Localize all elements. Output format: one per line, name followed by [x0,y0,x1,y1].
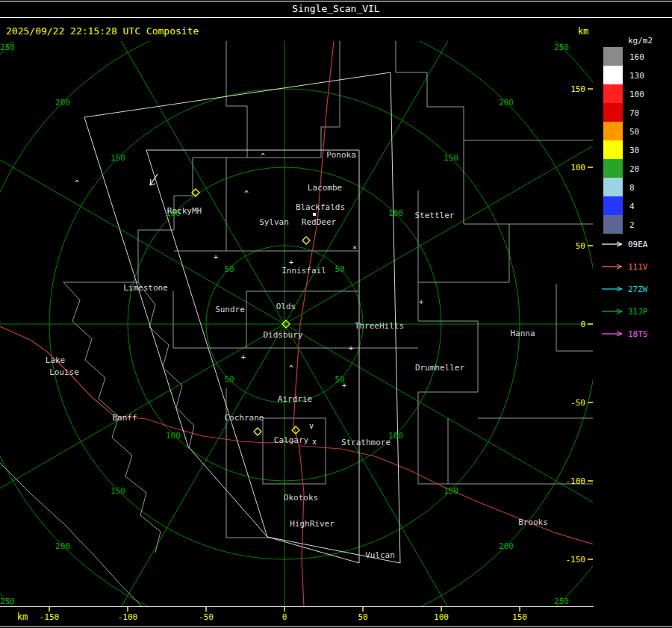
point-marker: + [419,298,423,306]
window-title: Single_Scan_VIL [292,3,380,14]
city-label: HighRiver [290,519,335,529]
scale-swatch [603,66,623,84]
scale-value: 8 [629,183,635,193]
right-axis-label: -50 [570,398,585,408]
point-marker [313,213,316,216]
scale-swatch [603,159,623,178]
city-label: Drumheller [415,363,465,373]
point-marker: x [312,438,317,446]
range-label: 150 [444,153,458,163]
scale-swatch [603,178,623,196]
city-label: Sylvan [259,217,289,227]
city-label: Hanna [510,329,535,338]
point-marker: ^ [75,179,79,187]
city-label: Vulcan [365,550,395,560]
scale-swatch [603,140,623,159]
city-label: Didsbury [264,330,303,340]
scale-value: 130 [629,71,644,81]
range-label: 50 [224,375,234,385]
range-label: 100 [388,208,403,218]
scale-value: 30 [629,146,639,155]
scale-swatch [603,196,623,215]
scale-value: 2 [629,220,635,230]
scale-value: 70 [629,108,639,118]
range-label: 150 [444,486,458,496]
bottom-axis-label: 0 [282,612,287,622]
point-marker: + [342,382,346,390]
scale-value: 50 [629,127,639,137]
city-label: RockyMH [167,206,202,216]
city-label: Louise [49,367,79,377]
bottom-axis-label: -50 [199,612,214,622]
range-label: 200 [55,541,70,551]
right-axis-label: -150 [566,555,586,565]
city-label: ThreeHills [355,321,404,331]
city-label: Ponoka [326,150,356,160]
city-label: Brooks [518,517,548,527]
range-label: 200 [499,541,514,551]
scan-timestamp: 2025/09/22 22:15:28 UTC Composite [6,25,199,37]
range-label: 250 [0,597,15,606]
point-marker: + [241,353,246,361]
city-label: Blackfalds [296,202,345,212]
station-id: 111V [628,262,648,272]
scale-value: 160 [629,52,644,62]
range-label: 250 [554,43,569,52]
right-axis-label: -100 [566,476,586,486]
legend-unit: kg/m2 [628,36,653,46]
scale-swatch [603,122,623,140]
map-area: 2502502502502002002002001501501501501001… [0,0,672,628]
range-label: 150 [111,486,125,496]
scale-swatch [603,103,623,122]
scale-swatch [603,215,623,234]
bottom-axis-label: 150 [512,612,527,622]
range-label: 250 [0,43,15,52]
range-label: 50 [224,264,234,274]
scale-swatch [603,84,623,103]
point-marker: v [309,422,314,430]
right-axis-label: 50 [576,241,585,251]
city-label: Strathmore [341,438,391,447]
point-marker: + [349,344,353,352]
right-axis-label: 0 [580,320,585,329]
right-axis-label: 150 [570,84,585,94]
scale-value: 4 [629,202,635,211]
station-id: 27ZW [628,285,648,294]
station-id: 09EA [628,240,648,249]
city-label: Banff [112,413,137,423]
city-label: Olds [276,302,296,311]
scale-swatch [603,47,623,66]
station-id: 18TS [628,329,648,339]
bottom-axis-label: -150 [40,612,60,622]
point-marker: ^ [289,364,293,373]
city-label: Cochrane [225,413,264,423]
city-label: Lake [46,355,66,365]
radar-app-window: Single_Scan_VIL 2025/09/22 22:15:28 UTC … [0,0,672,628]
city-label: Limestone [123,283,168,293]
point-marker: * [352,245,357,253]
range-label: 100 [166,431,181,441]
scale-value: 100 [629,90,644,99]
city-label: Airdrie [278,394,312,404]
range-label: 200 [499,98,514,108]
scale-value: 20 [629,164,639,174]
right-axis-label: 100 [570,163,585,172]
bottom-axis-label: 50 [358,612,367,622]
point-marker: ^ [244,190,249,198]
city-label: Stettler [415,211,455,220]
city-label: Lacombe [308,183,342,193]
city-label: Calgary [274,435,309,445]
point-marker: ^ [261,152,265,161]
city-label: Okotoks [284,493,318,503]
city-label: Sundre [215,305,245,314]
range-label: 200 [55,98,70,108]
range-label: 250 [554,597,569,606]
station-id: 31JP [628,307,648,317]
city-label: Innisfail [281,266,326,276]
range-label: 150 [111,153,125,163]
bottom-axis-label: 100 [434,612,449,622]
bottom-axis-unit: km [17,612,28,622]
range-label: 50 [335,264,344,274]
point-marker: + [214,253,218,261]
bottom-axis-label: -100 [118,612,138,622]
